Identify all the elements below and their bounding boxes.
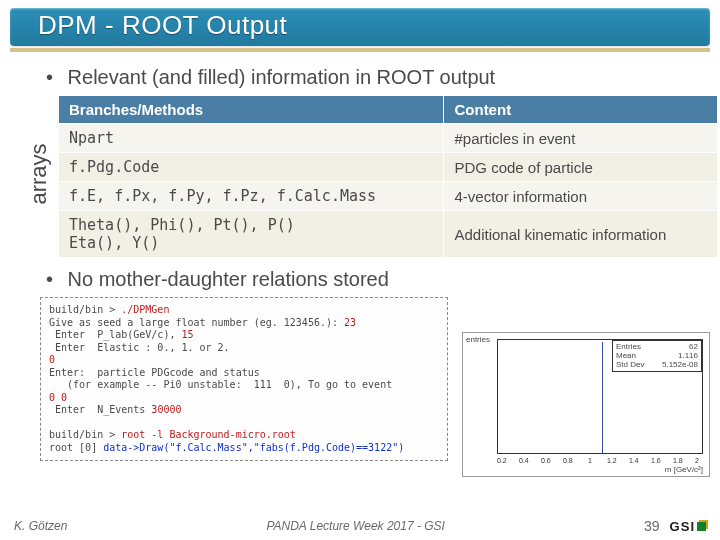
cell-content: Additional kinematic information bbox=[444, 211, 718, 258]
xtick: 1.6 bbox=[651, 457, 661, 464]
plot-area: Entries62 Mean1.116 Std Dev5.152e-08 bbox=[497, 339, 703, 454]
code-line: Give as seed a large float number (eg. 1… bbox=[49, 317, 344, 328]
cell-branch: f.Pdg.Code bbox=[59, 153, 444, 182]
code-input: 15 bbox=[181, 329, 193, 340]
xtick: 0.6 bbox=[541, 457, 551, 464]
cell-branch: Npart bbox=[59, 124, 444, 153]
code-prompt: build/bin > bbox=[49, 304, 121, 315]
table-row: f.E, f.Px, f.Py, f.Pz, f.Calc.Mass 4-vec… bbox=[59, 182, 718, 211]
slide-title-band: DPM - ROOT Output bbox=[10, 8, 710, 56]
bullet-2: • No mother-daughter relations stored bbox=[46, 268, 720, 291]
slide-title: DPM - ROOT Output bbox=[38, 10, 287, 41]
code-line: Enter: particle PDGcode and status bbox=[49, 367, 260, 378]
header-branches: Branches/Methods bbox=[59, 96, 444, 124]
bullet-dot-icon: • bbox=[46, 66, 62, 89]
cell-branch: f.E, f.Px, f.Py, f.Pz, f.Calc.Mass bbox=[59, 182, 444, 211]
bullet-1: • Relevant (and filled) information in R… bbox=[46, 66, 720, 89]
code-input: 0 0 bbox=[49, 392, 67, 403]
arrays-side-label: arrays bbox=[26, 143, 52, 204]
code-line: Enter Elastic : 0., 1. or 2. bbox=[49, 342, 230, 353]
xtick: 2 bbox=[695, 457, 699, 464]
xtick: 0.4 bbox=[519, 457, 529, 464]
code-input: 23 bbox=[344, 317, 356, 328]
gsi-logo-icon bbox=[697, 522, 706, 531]
code-blank bbox=[49, 417, 55, 428]
terminal-code-box: build/bin > ./DPMGen Give as seed a larg… bbox=[40, 297, 448, 461]
code-cmd: root -l Background-micro.root bbox=[121, 429, 296, 440]
stat-entries-label: Entries bbox=[616, 342, 641, 351]
code-prompt: build/bin > bbox=[49, 429, 121, 440]
code-input: 30000 bbox=[151, 404, 181, 415]
stat-box: Entries62 Mean1.116 Std Dev5.152e-08 bbox=[612, 340, 702, 372]
xtick: 0.8 bbox=[563, 457, 573, 464]
footer-venue: PANDA Lecture Week 2017 - GSI bbox=[266, 519, 445, 533]
branches-table: Branches/Methods Content Npart #particle… bbox=[58, 95, 718, 258]
code-input: 0 bbox=[49, 354, 55, 365]
xtick: 1 bbox=[588, 457, 592, 464]
code-draw-cmd: data->Draw("f.Calc.Mass","fabs(f.Pdg.Cod… bbox=[103, 442, 404, 453]
stat-entries-val: 62 bbox=[689, 342, 698, 351]
code-cmd: ./DPMGen bbox=[121, 304, 169, 315]
stat-mean-val: 1.116 bbox=[678, 351, 698, 360]
stat-std-label: Std Dev bbox=[616, 360, 644, 369]
stat-mean-label: Mean bbox=[616, 351, 636, 360]
page-number: 39 bbox=[644, 518, 660, 534]
stat-std-val: 5.152e-08 bbox=[662, 360, 698, 369]
bullet-dot-icon: • bbox=[46, 268, 62, 291]
title-underline bbox=[10, 48, 710, 52]
cell-content: #particles in event bbox=[444, 124, 718, 153]
xtick: 1.8 bbox=[673, 457, 683, 464]
gsi-logo-text: GSI bbox=[670, 519, 695, 534]
table-row: Npart #particles in event bbox=[59, 124, 718, 153]
table-header-row: Branches/Methods Content bbox=[59, 96, 718, 124]
gsi-logo: GSI bbox=[670, 519, 706, 534]
code-line: Enter P_lab(GeV/c), bbox=[49, 329, 181, 340]
histogram-spike bbox=[602, 342, 603, 453]
branches-table-wrap: arrays Branches/Methods Content Npart #p… bbox=[40, 95, 708, 258]
table-row: Theta(), Phi(), Pt(), P() Eta(), Y() Add… bbox=[59, 211, 718, 258]
table-row: f.Pdg.Code PDG code of particle bbox=[59, 153, 718, 182]
slide-footer: K. Götzen PANDA Lecture Week 2017 - GSI … bbox=[0, 518, 720, 534]
cell-branch: Theta(), Phi(), Pt(), P() Eta(), Y() bbox=[59, 211, 444, 258]
code-prompt: root [0] bbox=[49, 442, 103, 453]
code-line: Enter N_Events bbox=[49, 404, 151, 415]
y-axis-label: entries bbox=[466, 335, 490, 344]
xtick: 1.4 bbox=[629, 457, 639, 464]
cell-content: 4-vector information bbox=[444, 182, 718, 211]
x-axis-label: m [GeV/c²] bbox=[665, 465, 703, 474]
histogram-plot: entries Entries62 Mean1.116 Std Dev5.152… bbox=[462, 332, 710, 477]
bullet-2-text: No mother-daughter relations stored bbox=[68, 268, 389, 290]
header-content: Content bbox=[444, 96, 718, 124]
xtick: 0.2 bbox=[497, 457, 507, 464]
xtick: 1.2 bbox=[607, 457, 617, 464]
cell-content: PDG code of particle bbox=[444, 153, 718, 182]
bullet-1-text: Relevant (and filled) information in ROO… bbox=[68, 66, 496, 88]
footer-author: K. Götzen bbox=[14, 519, 67, 533]
code-line: (for example -- Pi0 unstable: 111 0), To… bbox=[49, 379, 392, 390]
